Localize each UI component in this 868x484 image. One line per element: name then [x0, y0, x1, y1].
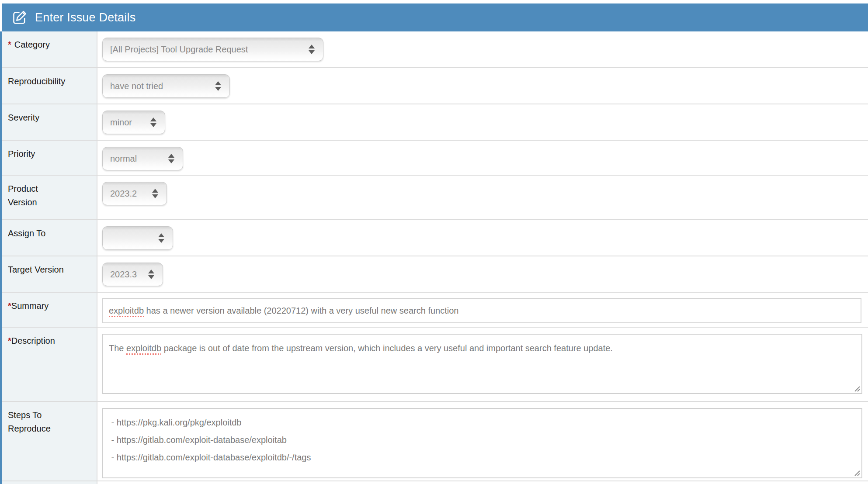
- select-stepper-icon: [309, 45, 315, 54]
- select-stepper-icon: [215, 81, 221, 91]
- row-category: *Category [All Projects] Tool Upgrade Re…: [2, 31, 868, 68]
- product-version-select[interactable]: 2023.2: [102, 182, 167, 205]
- description-textarea[interactable]: The exploitdb package is out of date fro…: [102, 334, 862, 394]
- target-version-select[interactable]: 2023.3: [102, 263, 163, 286]
- required-marker: *: [8, 336, 11, 346]
- page-title: Enter Issue Details: [35, 11, 135, 24]
- reproducibility-select[interactable]: have not tried: [102, 74, 230, 98]
- target-version-label: Target Version: [2, 256, 97, 292]
- reproducibility-label: Reproducibility: [2, 68, 97, 104]
- summary-input[interactable]: exploitdb has a newer version available …: [102, 298, 861, 323]
- steps-line: - https://gitlab.com/exploit-database/ex…: [109, 449, 856, 466]
- select-stepper-icon: [158, 233, 164, 243]
- assign-to-select[interactable]: [102, 226, 173, 250]
- select-stepper-icon: [152, 189, 158, 198]
- misspelled-word: exploitdb: [126, 343, 161, 353]
- category-label: *Category: [2, 31, 97, 67]
- steps-to-reproduce-label: Steps To Reproduce: [2, 402, 97, 481]
- select-stepper-icon: [148, 270, 154, 279]
- row-priority: Priority normal: [2, 141, 868, 176]
- target-version-select-value: 2023.3: [110, 270, 137, 280]
- row-steps-to-reproduce: Steps To Reproduce - https://pkg.kali.or…: [2, 402, 868, 481]
- severity-select[interactable]: minor: [102, 111, 165, 134]
- row-summary: *Summary exploitdb has a newer version a…: [2, 293, 868, 328]
- required-marker: *: [8, 301, 11, 311]
- product-version-select-value: 2023.2: [110, 189, 137, 199]
- resize-grip-icon[interactable]: [853, 384, 860, 392]
- row-description: *Description The exploitdb package is ou…: [2, 328, 868, 402]
- misspelled-word: exploitdb: [109, 306, 144, 316]
- enter-issue-details-page: Enter Issue Details *Category [All Proje…: [0, 0, 868, 484]
- page-header: Enter Issue Details: [2, 3, 868, 31]
- resize-grip-icon[interactable]: [853, 469, 860, 476]
- row-product-version: Product Version 2023.2: [2, 176, 868, 220]
- steps-line: - https://gitlab.com/exploit-database/ex…: [109, 431, 856, 449]
- select-stepper-icon: [168, 154, 174, 163]
- severity-label: Severity: [2, 104, 97, 140]
- issue-form: *Category [All Projects] Tool Upgrade Re…: [2, 31, 868, 484]
- assign-to-label: Assign To: [2, 220, 97, 256]
- row-reproducibility: Reproducibility have not tried: [2, 68, 868, 104]
- priority-select-value: normal: [110, 154, 137, 164]
- partial-next-row-label: [2, 481, 97, 484]
- row-assign-to: Assign To: [2, 220, 868, 256]
- steps-to-reproduce-textarea[interactable]: - https://pkg.kali.org/pkg/exploitdb - h…: [102, 408, 862, 478]
- priority-select[interactable]: normal: [102, 147, 183, 170]
- steps-line: - https://pkg.kali.org/pkg/exploitdb: [109, 414, 856, 431]
- priority-label: Priority: [2, 141, 97, 175]
- partial-next-row: [2, 481, 868, 484]
- summary-label: *Summary: [2, 293, 97, 327]
- severity-select-value: minor: [110, 118, 132, 128]
- product-version-label: Product Version: [2, 176, 97, 219]
- select-stepper-icon: [150, 118, 156, 127]
- category-select[interactable]: [All Projects] Tool Upgrade Request: [102, 38, 323, 61]
- edit-icon: [12, 10, 28, 25]
- row-target-version: Target Version 2023.3: [2, 256, 868, 293]
- category-select-value: [All Projects] Tool Upgrade Request: [110, 45, 248, 55]
- required-marker: *: [8, 40, 11, 49]
- reproducibility-select-value: have not tried: [110, 81, 163, 91]
- table-left-border: [0, 31, 2, 484]
- row-severity: Severity minor: [2, 104, 868, 141]
- description-label: *Description: [2, 328, 97, 401]
